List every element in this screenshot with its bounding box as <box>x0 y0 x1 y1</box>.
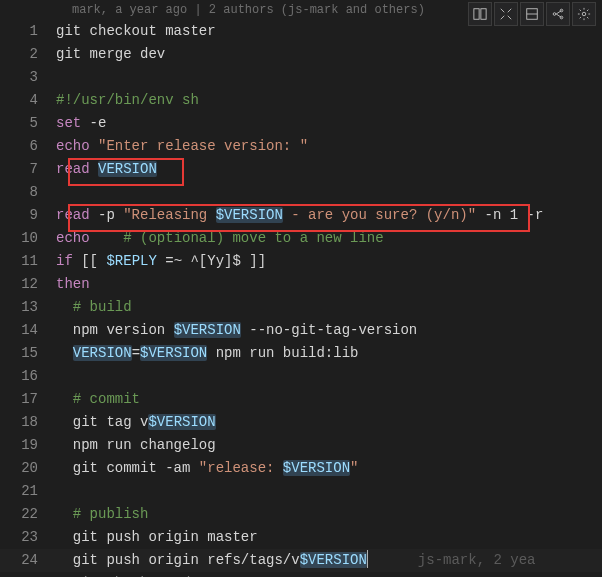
line-number: 25 <box>0 572 56 577</box>
code-content[interactable]: echo "Enter release version: " <box>56 135 602 158</box>
line-number: 24 <box>0 549 56 572</box>
code-content[interactable]: then <box>56 273 602 296</box>
code-line[interactable]: 23 git push origin master <box>0 526 602 549</box>
share-icon[interactable] <box>546 2 570 26</box>
split-horizontal-icon[interactable] <box>468 2 492 26</box>
line-number: 2 <box>0 43 56 66</box>
gear-icon[interactable] <box>572 2 596 26</box>
code-content[interactable]: #!/usr/bin/env sh <box>56 89 602 112</box>
code-content[interactable]: read VERSION <box>56 158 602 181</box>
code-content[interactable] <box>56 365 602 388</box>
line-number: 20 <box>0 457 56 480</box>
line-number: 5 <box>0 112 56 135</box>
code-content[interactable]: npm version $VERSION --no-git-tag-versio… <box>56 319 602 342</box>
code-line[interactable]: 3 <box>0 66 602 89</box>
code-content[interactable]: echo # (optional) move to a new line <box>56 227 602 250</box>
line-number: 4 <box>0 89 56 112</box>
code-content[interactable]: git push origin refs/tags/v$VERSIONjs-ma… <box>56 549 602 572</box>
code-line[interactable]: 13 # build <box>0 296 602 319</box>
code-content[interactable]: npm run changelog <box>56 434 602 457</box>
code-content[interactable]: # commit <box>56 388 602 411</box>
line-number: 9 <box>0 204 56 227</box>
line-number: 10 <box>0 227 56 250</box>
line-number: 17 <box>0 388 56 411</box>
code-content[interactable] <box>56 66 602 89</box>
code-line[interactable]: 4#!/usr/bin/env sh <box>0 89 602 112</box>
svg-rect-0 <box>474 9 479 20</box>
diff-icon[interactable] <box>520 2 544 26</box>
code-line[interactable]: 15 VERSION=$VERSION npm run build:lib <box>0 342 602 365</box>
code-line[interactable]: 24 git push origin refs/tags/v$VERSIONjs… <box>0 549 602 572</box>
line-number: 23 <box>0 526 56 549</box>
code-line[interactable]: 6echo "Enter release version: " <box>0 135 602 158</box>
code-content[interactable]: VERSION=$VERSION npm run build:lib <box>56 342 602 365</box>
line-number: 3 <box>0 66 56 89</box>
code-content[interactable]: git push origin master <box>56 526 602 549</box>
expand-icon[interactable] <box>494 2 518 26</box>
editor-toolbar <box>468 2 596 26</box>
code-line[interactable]: 5set -e <box>0 112 602 135</box>
code-line[interactable]: 8 <box>0 181 602 204</box>
code-line[interactable]: 2git merge dev <box>0 43 602 66</box>
line-number: 13 <box>0 296 56 319</box>
code-content[interactable] <box>56 181 602 204</box>
code-line[interactable]: 16 <box>0 365 602 388</box>
code-content[interactable]: git checkout dev <box>56 572 602 577</box>
line-number: 1 <box>0 20 56 43</box>
svg-point-6 <box>582 12 586 16</box>
code-content[interactable]: git tag v$VERSION <box>56 411 602 434</box>
code-content[interactable]: # publish <box>56 503 602 526</box>
code-line[interactable]: 14 npm version $VERSION --no-git-tag-ver… <box>0 319 602 342</box>
text-cursor <box>367 550 368 568</box>
code-content[interactable]: read -p "Releasing $VERSION - are you su… <box>56 204 602 227</box>
line-number: 11 <box>0 250 56 273</box>
svg-rect-1 <box>481 9 486 20</box>
line-number: 16 <box>0 365 56 388</box>
code-line[interactable]: 12then <box>0 273 602 296</box>
code-line[interactable]: 21 <box>0 480 602 503</box>
line-number: 18 <box>0 411 56 434</box>
code-line[interactable]: 9read -p "Releasing $VERSION - are you s… <box>0 204 602 227</box>
code-line[interactable]: 17 # commit <box>0 388 602 411</box>
svg-point-3 <box>553 13 556 16</box>
code-content[interactable]: if [[ $REPLY =~ ^[Yy]$ ]] <box>56 250 602 273</box>
inline-blame: js-mark, 2 yea <box>368 552 536 568</box>
code-content[interactable]: git commit -am "release: $VERSION" <box>56 457 602 480</box>
line-number: 19 <box>0 434 56 457</box>
code-line[interactable]: 11if [[ $REPLY =~ ^[Yy]$ ]] <box>0 250 602 273</box>
code-line[interactable]: 19 npm run changelog <box>0 434 602 457</box>
code-line[interactable]: 10echo # (optional) move to a new line <box>0 227 602 250</box>
code-line[interactable]: 25 git checkout dev <box>0 572 602 577</box>
code-content[interactable]: set -e <box>56 112 602 135</box>
line-number: 14 <box>0 319 56 342</box>
line-number: 6 <box>0 135 56 158</box>
code-line[interactable]: 22 # publish <box>0 503 602 526</box>
line-number: 12 <box>0 273 56 296</box>
code-line[interactable]: 20 git commit -am "release: $VERSION" <box>0 457 602 480</box>
code-content[interactable]: git merge dev <box>56 43 602 66</box>
line-number: 21 <box>0 480 56 503</box>
line-number: 15 <box>0 342 56 365</box>
code-content[interactable] <box>56 480 602 503</box>
code-editor[interactable]: 1git checkout master2git merge dev34#!/u… <box>0 20 602 577</box>
code-line[interactable]: 7read VERSION <box>0 158 602 181</box>
code-content[interactable]: # build <box>56 296 602 319</box>
line-number: 22 <box>0 503 56 526</box>
code-line[interactable]: 18 git tag v$VERSION <box>0 411 602 434</box>
line-number: 7 <box>0 158 56 181</box>
line-number: 8 <box>0 181 56 204</box>
